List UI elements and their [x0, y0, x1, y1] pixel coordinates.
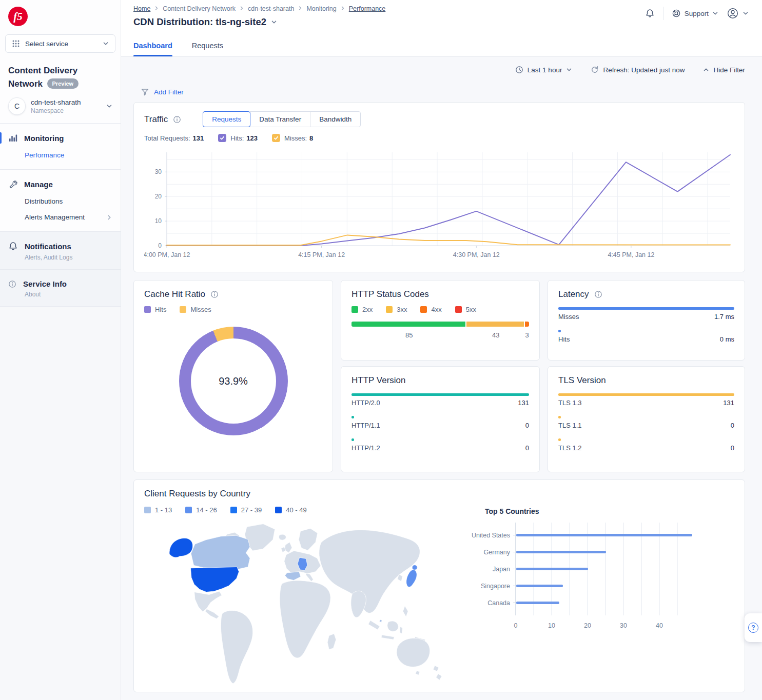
tab-requests[interactable]: Requests: [192, 42, 223, 56]
sidebar-item-service-info[interactable]: Service Info: [0, 275, 121, 293]
country-united-states: [190, 567, 239, 592]
country-mexico: [194, 591, 222, 612]
sidebar-item-label: Service Info: [23, 279, 67, 288]
legend-3xx[interactable]: 3xx: [386, 306, 407, 313]
http-version-title: HTTP Version: [351, 375, 406, 386]
traffic-view-data-transfer[interactable]: Data Transfer: [250, 111, 310, 127]
account-menu[interactable]: [727, 7, 749, 19]
traffic-view-requests[interactable]: Requests: [203, 111, 250, 127]
sidebar-item-alerts-management[interactable]: Alerts Management: [0, 209, 121, 225]
sidebar-item-manage[interactable]: Manage: [0, 175, 121, 193]
checkbox-misses[interactable]: [272, 134, 280, 142]
meter-label: TLS 1.2: [558, 444, 582, 452]
cache-hit-donut: 93.9%: [179, 327, 288, 435]
sidebar-item-distributions[interactable]: Distributions: [0, 193, 121, 209]
checkbox-hits[interactable]: [218, 134, 226, 142]
hide-filter-button[interactable]: Hide Filter: [703, 66, 745, 74]
legend-swatch: [230, 507, 237, 513]
country-asia: [319, 530, 420, 613]
info-icon[interactable]: [210, 290, 219, 298]
meter-label: HTTP/1.1: [351, 422, 380, 429]
cache-legend: HitsMisses: [144, 306, 322, 313]
sidebar-item-notifications[interactable]: Notifications: [0, 237, 121, 256]
help-button[interactable]: ?: [745, 613, 762, 642]
legend-swatch: [455, 306, 462, 313]
cache-hit-ratio-title: Cache Hit Ratio: [144, 289, 205, 299]
breadcrumb-item-content-delivery-network[interactable]: Content Delivery Network: [163, 5, 236, 12]
status-segment-2xx: [351, 322, 465, 327]
chevron-down-icon: [712, 10, 718, 16]
meter-value: 0: [731, 444, 734, 452]
meter-label: HTTP/1.2: [351, 444, 380, 452]
legend-4xx[interactable]: 4xx: [420, 306, 441, 313]
sidebar-item-monitoring[interactable]: Monitoring: [0, 129, 121, 147]
status-codes-bar: [351, 322, 529, 327]
country-new-zealand: [433, 666, 439, 671]
legend-misses[interactable]: Misses: [180, 306, 211, 313]
traffic-view-bandwidth[interactable]: Bandwidth: [310, 111, 361, 127]
legend-label: 5xx: [466, 306, 476, 313]
meter-label: HTTP/2.0: [351, 399, 380, 407]
meter-value: 0: [525, 422, 529, 429]
info-icon: [8, 280, 16, 288]
legend-hits[interactable]: Hits: [144, 306, 166, 313]
wrench-icon: [8, 179, 17, 189]
breadcrumb-item-home[interactable]: Home: [133, 5, 150, 12]
legend-5xx[interactable]: 5xx: [455, 306, 476, 313]
sidebar-item-label: Manage: [24, 180, 53, 189]
toggle-misses[interactable]: Misses:8: [272, 134, 313, 142]
legend-label: 1 - 13: [155, 506, 172, 514]
sidebar-item-label: Notifications: [25, 242, 71, 251]
meter-bar-misses: [558, 307, 734, 310]
country-australia: [397, 638, 430, 667]
country-central-america: [205, 609, 219, 618]
namespace-selector[interactable]: C cdn-test-sharath Namespace: [0, 91, 121, 124]
country-united-states-alaska: [169, 538, 193, 557]
support-menu[interactable]: Support: [672, 9, 718, 18]
meter-value: 0 ms: [720, 335, 734, 343]
tab-dashboard[interactable]: Dashboard: [133, 42, 172, 56]
country-sumatra: [368, 621, 380, 630]
latency-bars: Misses1.7 msHits0 ms: [558, 307, 734, 343]
meter-label: Hits: [558, 335, 570, 343]
breadcrumb-separator-icon: [154, 5, 159, 12]
select-service-dropdown[interactable]: Select service: [5, 34, 115, 53]
breadcrumb-separator-icon: [298, 5, 303, 12]
tls-version-row-tls-1-1: TLS 1.10: [558, 416, 734, 429]
breadcrumb-item-performance[interactable]: Performance: [349, 5, 386, 12]
meter-bar-tls-1-3: [558, 393, 734, 396]
time-range-select[interactable]: Last 1 hour: [515, 66, 573, 74]
add-filter-button[interactable]: Add Filter: [141, 88, 184, 96]
info-icon[interactable]: [173, 115, 181, 124]
barchart-icon: [8, 133, 17, 143]
sidebar-nav: MonitoringPerformanceManageDistributions…: [0, 124, 121, 307]
legend-swatch: [144, 306, 151, 313]
breadcrumb-item-monitoring[interactable]: Monitoring: [306, 5, 336, 12]
latency-title: Latency: [558, 289, 589, 299]
refresh-button[interactable]: Refresh: Updated just now: [591, 66, 685, 74]
latency-row-misses: Misses1.7 ms: [558, 307, 734, 321]
bell-icon[interactable]: [645, 9, 655, 18]
map-bucket-14-26: 14 - 26: [185, 506, 217, 514]
chevron-down-icon[interactable]: [271, 19, 277, 25]
toggle-hits[interactable]: Hits:123: [218, 134, 258, 142]
funnel-icon: [141, 88, 149, 96]
legend-label: 3xx: [397, 306, 407, 313]
status-segment-3xx: [466, 322, 524, 327]
status-value-3xx: 43: [492, 331, 499, 339]
breadcrumb-item-cdn-test-sharath[interactable]: cdn-test-sharath: [248, 5, 294, 12]
legend-swatch: [185, 507, 192, 513]
meter-label: TLS 1.3: [558, 399, 582, 407]
f5-logo[interactable]: f5: [8, 7, 28, 26]
sidebar-section-manage: ManageDistributionsAlerts Management: [0, 170, 121, 232]
country-scandinavia: [299, 528, 318, 550]
legend-2xx[interactable]: 2xx: [351, 306, 373, 313]
meter-label: TLS 1.1: [558, 422, 582, 429]
page-header: HomeContent Delivery Networkcdn-test-sha…: [121, 0, 762, 57]
sidebar-link-label: Distributions: [25, 197, 63, 205]
chevron-down-icon: [566, 67, 572, 73]
info-icon[interactable]: [594, 290, 602, 298]
svg-text:20: 20: [155, 193, 162, 200]
sidebar-filler: [0, 307, 121, 700]
sidebar-item-performance[interactable]: Performance: [0, 147, 121, 163]
